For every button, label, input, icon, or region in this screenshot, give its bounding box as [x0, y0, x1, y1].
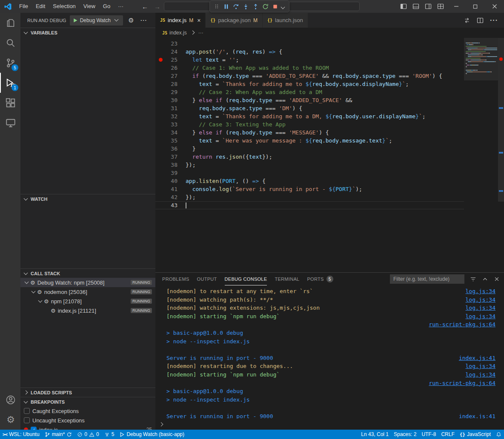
console-source-link[interactable]: log.js:34 [466, 296, 495, 304]
console-source-link[interactable]: log.js:34 [466, 312, 495, 321]
panel-tab-terminal[interactable]: TERMINAL [275, 273, 299, 285]
breakpoint-gutter[interactable] [155, 64, 166, 72]
restart-icon[interactable] [261, 2, 270, 11]
indentation-status[interactable]: Spaces: 2 [391, 430, 419, 439]
maximize-panel-icon[interactable] [482, 276, 488, 282]
toolbar-drag-handle[interactable] [212, 2, 221, 11]
activity-source-control[interactable]: 5 [0, 53, 20, 73]
console-filter-input[interactable] [390, 274, 464, 284]
breakpoint-gutter[interactable] [155, 56, 166, 64]
console-row[interactable]: [nodemon] to restart at any time, enter … [166, 287, 495, 296]
breakpoint-row[interactable]: Caught Exceptions [20, 406, 155, 416]
breadcrumb-symbol[interactable]: ··· [198, 30, 203, 36]
back-icon[interactable]: ← [142, 3, 148, 10]
breakpoint-gutter[interactable] [155, 72, 166, 80]
console-row[interactable]: > node --inspect index.js [166, 396, 495, 404]
tab-index.js[interactable]: JSindex.jsM× [155, 13, 206, 28]
cursor-position[interactable]: Ln 43, Col 1 [358, 430, 391, 439]
breakpoint-gutter[interactable] [155, 169, 166, 177]
menu-file[interactable]: File [15, 0, 32, 13]
breakpoint-gutter[interactable] [155, 88, 166, 96]
panel-tab-problems[interactable]: PROBLEMS [162, 273, 189, 285]
variables-section-header[interactable]: VARIABLES [20, 28, 155, 37]
toggle-panel-icon[interactable] [410, 0, 422, 13]
menu-go[interactable]: Go [99, 0, 114, 13]
menu-selection[interactable]: Selection [49, 0, 79, 13]
code-line-28[interactable]: 28 text = `Thanks for adding me to ${req… [155, 80, 464, 88]
breakpoints-section-header[interactable]: BREAKPOINTS [20, 397, 155, 406]
breadcrumb-file[interactable]: index.js [169, 30, 187, 36]
minimap[interactable] [464, 38, 498, 272]
breakpoint-checkbox[interactable] [24, 417, 30, 423]
menu-[interactable]: ··· [114, 0, 127, 13]
problems-status[interactable]: 0 0 [74, 430, 101, 439]
watch-section-header[interactable]: WATCH [20, 194, 155, 203]
call-stack-row[interactable]: ⚙npm [21078]RUNNING [20, 296, 155, 306]
notifications-bell[interactable] [493, 430, 504, 439]
breakpoint-dot[interactable] [159, 58, 163, 62]
console-row[interactable] [166, 404, 495, 412]
activity-remote-explorer[interactable] [0, 113, 20, 133]
code-line-23[interactable]: 23 [155, 40, 464, 48]
scrollbar-slider[interactable] [498, 38, 504, 202]
console-row[interactable]: > node --inspect index.js [166, 337, 495, 346]
step-out-icon[interactable] [251, 2, 261, 11]
menu-view[interactable]: View [80, 0, 99, 13]
code-line-29[interactable]: 29 // Case 2: When App was added to a DM [155, 88, 464, 96]
breakpoint-gutter[interactable] [155, 137, 166, 145]
console-source-link[interactable]: log.js:34 [466, 362, 495, 371]
eol-status[interactable]: CRLF [438, 430, 457, 439]
panel-tab-ports[interactable]: PORTS5 [307, 273, 333, 285]
maximize-icon[interactable] [466, 0, 485, 13]
debug-console-output[interactable]: [nodemon] to restart at any time, enter … [155, 285, 504, 419]
close-window-icon[interactable] [485, 0, 504, 13]
code-line-27[interactable]: 27 if (req.body.type === 'ADDED_TO_SPACE… [155, 72, 464, 80]
console-row[interactable]: [nodemon] starting `npm run debug`log.js… [166, 371, 495, 379]
console-source-link[interactable]: run-script-pkg.js:64 [429, 320, 495, 329]
call-stack-row[interactable]: ⚙nodemon [25036]RUNNING [20, 287, 155, 296]
encoding-status[interactable]: UTF-8 [419, 430, 438, 439]
code-line-40[interactable]: 40app.listen(PORT, () => { [155, 177, 464, 185]
breakpoint-checkbox[interactable]: ✓ [31, 427, 37, 430]
code-line-33[interactable]: 33 // Case 3: Texting the App [155, 120, 464, 128]
step-into-icon[interactable] [241, 2, 251, 11]
minimize-icon[interactable] [447, 0, 466, 13]
code-line-34[interactable]: 34 } else if (req.body.type === 'MESSAGE… [155, 128, 464, 137]
debug-settings-gear-icon[interactable]: ⚙ [126, 16, 136, 25]
breakpoint-gutter[interactable] [155, 48, 166, 56]
console-row[interactable]: > basic-app@1.0.0 debug [166, 329, 495, 337]
breakpoint-gutter[interactable] [155, 96, 166, 104]
console-row[interactable]: > basic-app@1.0.0 debug [166, 387, 495, 396]
call-stack-row[interactable]: ⚙index.js [21121]RUNNING [20, 306, 155, 315]
console-source-link[interactable]: index.js:41 [459, 354, 495, 362]
breakpoint-gutter[interactable] [155, 177, 166, 185]
toggle-secondary-sidebar-icon[interactable] [422, 0, 434, 13]
remote-indicator[interactable]: >< WSL: Ubuntu [0, 430, 42, 439]
debug-console-repl[interactable] [155, 419, 504, 430]
console-row[interactable]: [nodemon] watching extensions: js,mjs,cj… [166, 304, 495, 312]
code-line-38[interactable]: 38}); [155, 161, 464, 169]
panel-tab-debug-console[interactable]: DEBUG CONSOLE [225, 273, 267, 285]
console-row[interactable]: [nodemon] restarting due to changes...lo… [166, 362, 495, 371]
activity-extensions[interactable] [0, 93, 20, 113]
breakpoint-gutter[interactable] [155, 80, 166, 88]
breakpoint-gutter[interactable] [155, 112, 166, 120]
customize-layout-icon[interactable] [434, 0, 447, 13]
console-source-link[interactable]: index.js:41 [459, 412, 495, 419]
breakpoint-gutter[interactable] [155, 193, 166, 201]
activity-explorer[interactable] [0, 13, 20, 33]
code-line-32[interactable]: 32 text = `Thanks for adding me to a DM,… [155, 112, 464, 120]
code-line-35[interactable]: 35 text = `Here was your message : ${req… [155, 137, 464, 145]
code-line-42[interactable]: 42}); [155, 193, 464, 201]
ports-status[interactable]: 5 [102, 430, 117, 439]
stop-icon[interactable] [270, 2, 280, 11]
panel-tab-output[interactable]: OUTPUT [197, 273, 217, 285]
breakpoint-gutter[interactable] [155, 161, 166, 169]
toggle-sidebar-icon[interactable] [397, 0, 410, 13]
activity-settings-gear-icon[interactable]: ⚙ [0, 410, 20, 430]
activity-run-debug[interactable]: 1 [0, 73, 20, 93]
debug-session-status[interactable]: Debug Watch (basic-app) [117, 430, 187, 439]
step-over-icon[interactable] [231, 2, 241, 11]
activity-accounts[interactable] [0, 390, 20, 410]
menu-edit[interactable]: Edit [32, 0, 49, 13]
